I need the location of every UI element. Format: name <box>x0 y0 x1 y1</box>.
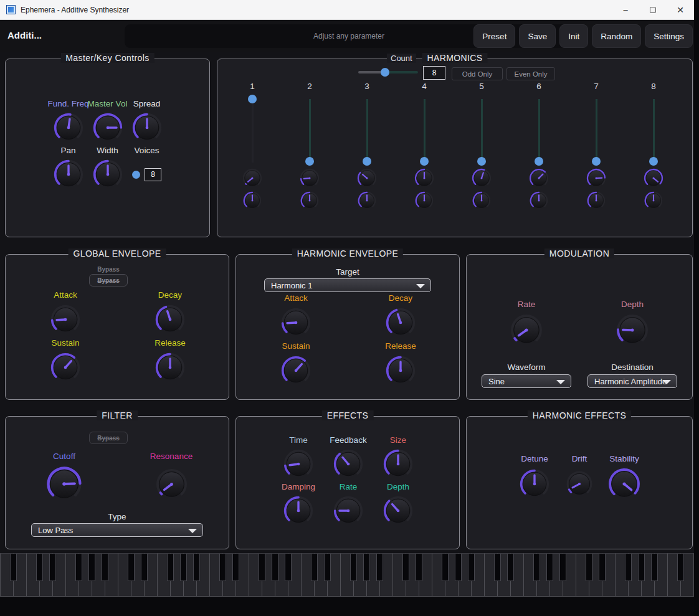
fx-depth-knob[interactable] <box>382 495 414 527</box>
black-key-G-sharp[interactable] <box>88 554 95 581</box>
harmonic-phase-knob[interactable] <box>414 168 435 189</box>
black-key-F-sharp[interactable] <box>625 554 632 581</box>
white-key-F[interactable] <box>340 553 353 597</box>
preset-button[interactable]: Preset <box>473 24 515 48</box>
harmonic-phase-knob[interactable] <box>356 168 378 189</box>
harmonic-phase-knob[interactable] <box>643 168 664 189</box>
harmonic-pan-knob[interactable] <box>529 191 549 211</box>
black-key-F-sharp[interactable] <box>75 554 82 581</box>
harmonic-phase-knob[interactable] <box>528 168 549 189</box>
global-decay-knob[interactable] <box>154 303 186 336</box>
target-dropdown[interactable]: Harmonic 1 <box>264 278 431 292</box>
harmonic-slider-thumb[interactable] <box>592 157 601 166</box>
black-key-A-sharp[interactable] <box>651 554 658 581</box>
harmonic-level-slider[interactable] <box>535 97 543 164</box>
black-key-G-sharp[interactable] <box>638 554 645 581</box>
white-key-C[interactable] <box>667 553 680 597</box>
white-key-F[interactable] <box>432 553 445 597</box>
fx-damping-knob[interactable] <box>282 495 315 527</box>
harmonic-pan-knob[interactable] <box>472 191 492 211</box>
master-vol-knob[interactable] <box>92 111 124 144</box>
waveform-dropdown[interactable]: Sine <box>482 374 571 388</box>
black-key-F-sharp[interactable] <box>350 554 357 581</box>
black-key-A-sharp[interactable] <box>376 554 383 581</box>
global-attack-knob[interactable] <box>49 303 82 336</box>
black-key-C-sharp[interactable] <box>128 554 135 581</box>
harmonics-count-slider[interactable] <box>358 71 418 73</box>
harmonic-level-slider[interactable] <box>305 97 314 164</box>
black-key-G-sharp[interactable] <box>455 554 462 581</box>
white-key-C[interactable] <box>576 553 589 597</box>
cutoff-knob[interactable] <box>45 465 83 503</box>
width-knob[interactable] <box>92 158 124 191</box>
black-key-D-sharp[interactable] <box>599 554 606 581</box>
white-key-C[interactable] <box>118 553 131 597</box>
black-key-F-sharp[interactable] <box>442 554 449 581</box>
harm-release-knob[interactable] <box>384 354 417 387</box>
white-key-F[interactable] <box>523 553 536 597</box>
resonance-knob[interactable] <box>155 467 189 501</box>
black-key-D-sharp[interactable] <box>507 554 514 581</box>
harmonic-phase-knob[interactable] <box>242 168 263 189</box>
white-key-A[interactable] <box>0 553 13 597</box>
black-key-C-sharp[interactable] <box>402 554 409 581</box>
harmonic-level-slider[interactable] <box>649 97 658 164</box>
harmonic-slider-thumb[interactable] <box>535 157 543 166</box>
harmonic-pan-knob[interactable] <box>414 191 434 211</box>
white-key-F[interactable] <box>157 553 170 597</box>
black-key-G-sharp[interactable] <box>363 554 370 581</box>
harmonic-level-slider[interactable] <box>477 97 486 164</box>
mod-depth-knob[interactable] <box>615 313 650 348</box>
black-key-C-sharp[interactable] <box>677 554 684 581</box>
harm-sustain-knob[interactable] <box>280 354 312 387</box>
harmonic-slider-thumb[interactable] <box>305 157 314 166</box>
detune-knob[interactable] <box>518 468 551 500</box>
black-key-C-sharp[interactable] <box>311 554 318 581</box>
harmonic-level-slider[interactable] <box>592 97 601 164</box>
save-button[interactable]: Save <box>519 24 556 48</box>
harmonic-level-slider[interactable] <box>248 97 257 164</box>
spread-knob[interactable] <box>131 111 163 144</box>
black-key-D-sharp[interactable] <box>324 554 331 581</box>
init-button[interactable]: Init <box>559 24 588 48</box>
voices-slider-dot[interactable] <box>132 171 140 179</box>
close-button[interactable]: ✕ <box>667 0 694 19</box>
random-button[interactable]: Random <box>592 24 641 48</box>
harmonic-phase-knob[interactable] <box>471 168 492 189</box>
destination-dropdown[interactable]: Harmonic Amplitude <box>587 374 677 388</box>
black-key-C-sharp[interactable] <box>36 554 43 581</box>
harmonic-pan-knob[interactable] <box>586 191 606 211</box>
black-key-D-sharp[interactable] <box>416 554 422 581</box>
filter-bypass-button[interactable]: Bypass <box>89 432 128 444</box>
black-key-G-sharp[interactable] <box>546 554 553 581</box>
harmonic-level-slider[interactable] <box>420 97 429 164</box>
harm-decay-knob[interactable] <box>384 306 417 339</box>
mod-rate-knob[interactable] <box>509 313 544 348</box>
white-key-C[interactable] <box>209 553 222 597</box>
maximize-button[interactable] <box>639 0 667 19</box>
drift-knob[interactable] <box>565 470 594 498</box>
even-only-button[interactable]: Even Only <box>506 67 555 80</box>
black-key-D-sharp[interactable] <box>141 554 148 581</box>
global-sustain-knob[interactable] <box>49 351 82 384</box>
white-key-C[interactable] <box>484 553 497 597</box>
black-key-C-sharp[interactable] <box>219 554 226 581</box>
harmonic-slider-thumb[interactable] <box>248 95 257 103</box>
harmonic-phase-knob[interactable] <box>299 168 320 189</box>
harmonics-count-value-box[interactable]: 8 <box>423 66 445 80</box>
harmonic-phase-knob[interactable] <box>586 168 607 189</box>
black-key-A-sharp[interactable] <box>102 554 108 581</box>
black-key-D-sharp[interactable] <box>49 554 56 581</box>
odd-only-button[interactable]: Odd Only <box>452 67 503 80</box>
black-key-C-sharp[interactable] <box>586 554 592 581</box>
fx-rate-knob[interactable] <box>332 495 364 527</box>
harmonic-slider-thumb[interactable] <box>420 157 429 166</box>
white-key-F[interactable] <box>65 553 78 597</box>
black-key-A-sharp[interactable] <box>468 554 475 581</box>
white-key-C[interactable] <box>301 553 314 597</box>
black-key-A-sharp[interactable] <box>10 554 17 581</box>
harmonic-pan-knob[interactable] <box>242 191 262 211</box>
black-key-A-sharp[interactable] <box>193 554 200 581</box>
pan-knob[interactable] <box>52 158 85 191</box>
harmonic-pan-knob[interactable] <box>644 191 663 211</box>
